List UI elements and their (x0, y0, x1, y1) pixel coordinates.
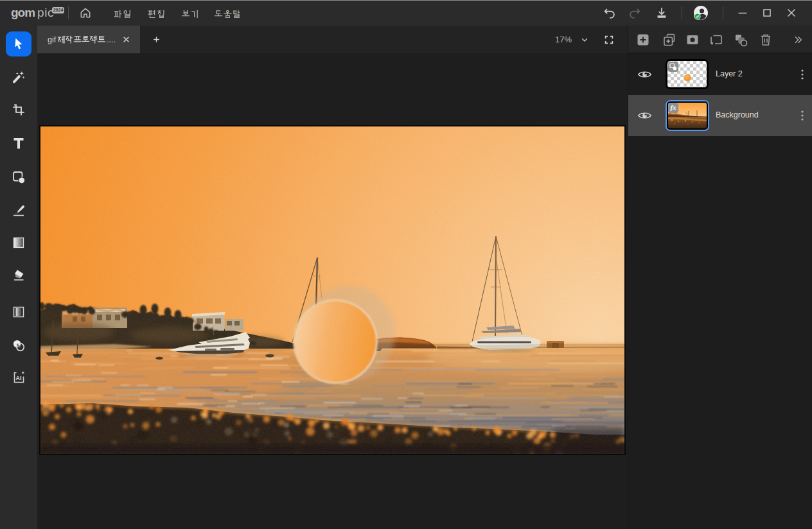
svg-text:AI: AI (15, 374, 22, 381)
svg-text:....: .... (107, 35, 116, 44)
svg-text:gif: gif (48, 35, 57, 44)
